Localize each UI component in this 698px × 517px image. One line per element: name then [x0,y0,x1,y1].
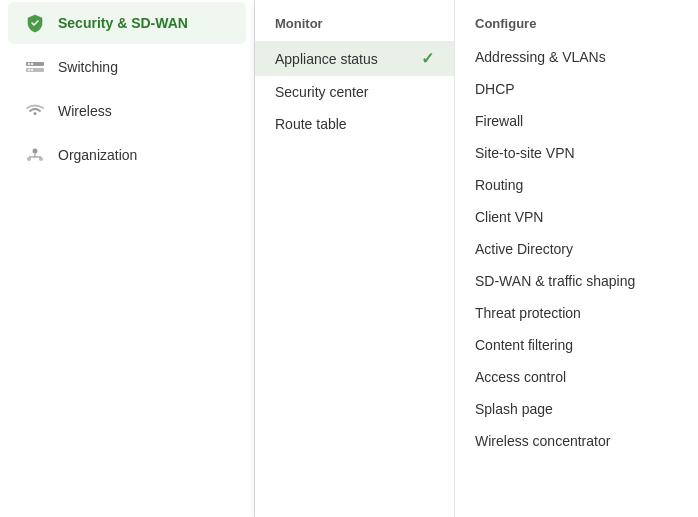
menu-item-label: Splash page [475,401,553,417]
switch-icon [24,56,46,78]
menu-item-appliance-status[interactable]: Appliance status ✓ [255,41,454,76]
menu-item-sd-wan-traffic-shaping[interactable]: SD-WAN & traffic shaping [455,265,698,297]
sidebar-item-label-security: Security & SD-WAN [58,15,188,31]
svg-point-8 [39,157,43,161]
menu-item-label: Site-to-site VPN [475,145,575,161]
configure-header: Configure [455,12,698,41]
menu-item-active-directory[interactable]: Active Directory [455,233,698,265]
org-icon [24,144,46,166]
menu-item-access-control[interactable]: Access control [455,361,698,393]
menu-item-label: Security center [275,84,368,100]
menu-item-label: Threat protection [475,305,581,321]
menu-item-label: Appliance status [275,51,378,67]
menu-item-threat-protection[interactable]: Threat protection [455,297,698,329]
menu-item-security-center[interactable]: Security center [255,76,454,108]
svg-point-5 [31,69,33,71]
menu-item-label: SD-WAN & traffic shaping [475,273,635,289]
menu-item-label: Content filtering [475,337,573,353]
menu-item-label: Access control [475,369,566,385]
sidebar-item-organization[interactable]: Organization [8,134,246,176]
check-icon: ✓ [421,49,434,68]
svg-point-3 [28,69,30,71]
menu-item-label: Active Directory [475,241,573,257]
menu-item-label: Client VPN [475,209,543,225]
sidebar: Security & SD-WAN Switching Wireless [0,0,255,517]
svg-point-4 [31,63,33,65]
menu-item-routing[interactable]: Routing [455,169,698,201]
menu-item-route-table[interactable]: Route table [255,108,454,140]
monitor-header: Monitor [255,12,454,41]
configure-column: Configure Addressing & VLANs DHCP Firewa… [455,0,698,517]
menu-item-label: Wireless concentrator [475,433,610,449]
menu-item-firewall[interactable]: Firewall [455,105,698,137]
monitor-column: Monitor Appliance status ✓ Security cent… [255,0,455,517]
menu-item-label: DHCP [475,81,515,97]
svg-point-7 [27,157,31,161]
menu-item-addressing-vlans[interactable]: Addressing & VLANs [455,41,698,73]
menu-item-dhcp[interactable]: DHCP [455,73,698,105]
sidebar-item-label-org: Organization [58,147,137,163]
menu-item-content-filtering[interactable]: Content filtering [455,329,698,361]
sidebar-item-security-sdwan[interactable]: Security & SD-WAN [8,2,246,44]
shield-icon [24,12,46,34]
wireless-icon [24,100,46,122]
menu-item-wireless-concentrator[interactable]: Wireless concentrator [455,425,698,457]
menu-item-splash-page[interactable]: Splash page [455,393,698,425]
menu-item-label: Route table [275,116,347,132]
sidebar-item-wireless[interactable]: Wireless [8,90,246,132]
menu-item-client-vpn[interactable]: Client VPN [455,201,698,233]
dropdown-menu: Monitor Appliance status ✓ Security cent… [255,0,698,517]
menu-item-label: Routing [475,177,523,193]
sidebar-item-label-switching: Switching [58,59,118,75]
menu-item-label: Addressing & VLANs [475,49,606,65]
svg-point-6 [33,149,38,154]
menu-item-site-to-site-vpn[interactable]: Site-to-site VPN [455,137,698,169]
sidebar-item-label-wireless: Wireless [58,103,112,119]
sidebar-item-switching[interactable]: Switching [8,46,246,88]
svg-point-2 [28,63,30,65]
menu-item-label: Firewall [475,113,523,129]
